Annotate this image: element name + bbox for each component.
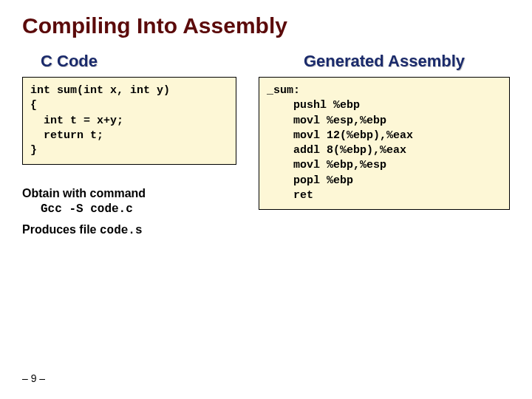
page-number: – 9 – <box>22 372 45 384</box>
left-column: C Code int sum(int x, int y) { int t = x… <box>22 52 236 239</box>
produces-prefix: Produces file <box>22 223 100 236</box>
content-columns: C Code int sum(int x, int y) { int t = x… <box>22 52 510 239</box>
assembly-code-box: _sum: pushl %ebp movl %esp,%ebp movl 12(… <box>259 77 510 210</box>
obtain-label: Obtain with command <box>22 187 236 200</box>
assembly-heading: Generated Assembly <box>259 52 510 71</box>
slide-title: Compiling Into Assembly <box>22 13 510 38</box>
c-code-heading: C Code <box>22 52 236 71</box>
obtain-section: Obtain with command Gcc -S code.c Produc… <box>22 187 236 237</box>
produces-line: Produces file code.s <box>22 223 236 237</box>
produces-file: code.s <box>100 224 143 237</box>
obtain-command: Gcc -S code.c <box>41 202 133 216</box>
c-code-box: int sum(int x, int y) { int t = x+y; ret… <box>22 77 236 165</box>
right-column: Generated Assembly _sum: pushl %ebp movl… <box>259 52 510 239</box>
